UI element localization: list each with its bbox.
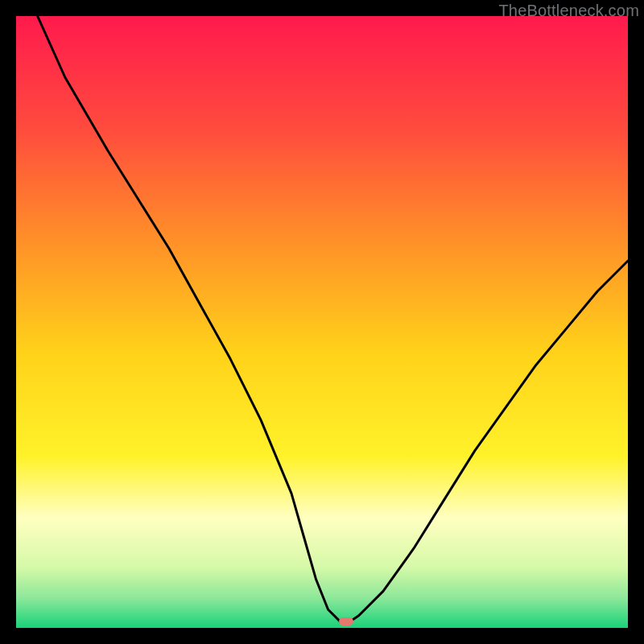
- chart-background: [16, 16, 628, 628]
- optimum-marker: [339, 617, 353, 625]
- bottleneck-chart: [16, 16, 628, 628]
- chart-frame: TheBottleneck.com: [0, 0, 644, 644]
